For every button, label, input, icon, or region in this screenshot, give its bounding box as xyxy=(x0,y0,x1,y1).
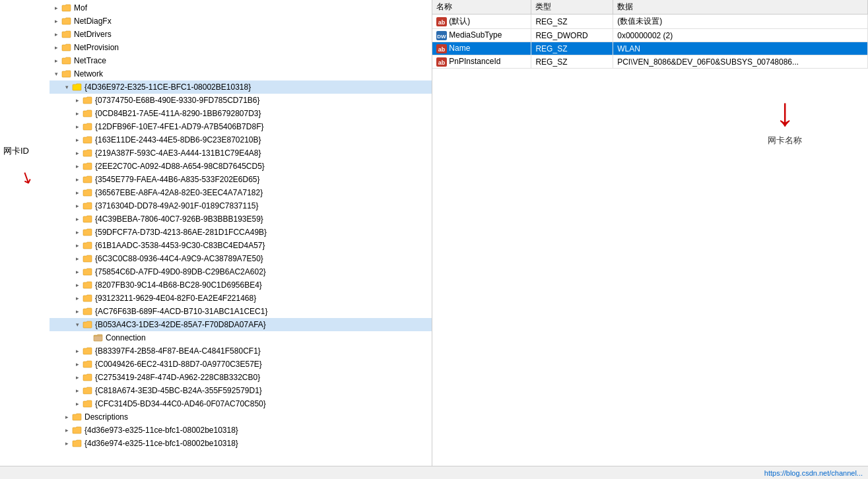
tree-item-guid-c0049[interactable]: ▸ {C0049426-6EC2-431D-88D7-0A9770C3E57E} xyxy=(50,358,432,371)
folder-icon-netdrivers xyxy=(61,30,72,39)
expand-btn-guid-6c3c0[interactable]: ▸ xyxy=(72,253,83,264)
expand-btn-guid-75854[interactable]: ▸ xyxy=(72,267,83,277)
expand-btn-network[interactable]: ▾ xyxy=(51,69,61,79)
tree-label-descriptions: Descriptions xyxy=(84,412,128,422)
folder-icon-guid-61b1a xyxy=(83,241,93,250)
tree-item-guid-6c3c0[interactable]: ▸ {6C3C0C88-0936-44C4-A9C9-AC38789A7E50} xyxy=(50,252,432,265)
expand-btn-guid-4d36e973[interactable]: ▸ xyxy=(61,425,72,435)
expand-btn-guid-12dfb[interactable]: ▸ xyxy=(72,121,83,132)
folder-icon-guid-163e1 xyxy=(83,135,93,144)
tree-item-guid-12dfb[interactable]: ▸ {12DFB96F-10E7-4FE1-AD79-A7B5406B7D8F} xyxy=(50,120,432,133)
tree-item-guid-0cd84[interactable]: ▸ {0CD84B21-7A5E-411A-8290-1BB6792807D3} xyxy=(50,107,432,120)
tree-label-guid-4d36: {4D36E972-E325-11CE-BFC1-08002BE10318} xyxy=(84,82,251,92)
tree-item-guid-c818a[interactable]: ▸ {C818A674-3E3D-45BC-B24A-355F592579D1} xyxy=(50,384,432,397)
tree-item-guid-36567[interactable]: ▸ {36567EBE-A8FA-42A8-82E0-3EEC4A7A7182} xyxy=(50,186,432,199)
tree-item-guid-59dfc[interactable]: ▸ {59DFCF7A-D73D-4213-86AE-281D1FCCA49B} xyxy=(50,226,432,239)
table-row[interactable]: ab (默认)REG_SZ(数值未设置) xyxy=(432,15,868,29)
expand-btn-netdiagfx[interactable]: ▸ xyxy=(51,16,61,26)
expand-btn-netdrivers[interactable]: ▸ xyxy=(51,29,61,40)
reg-name-cell: ab Name xyxy=(432,42,531,55)
expand-btn-guid-4d36[interactable]: ▾ xyxy=(61,82,72,92)
folder-icon-guid-b8339 xyxy=(83,346,93,356)
tree-item-guid-4c39b[interactable]: ▸ {4C39BEBA-7806-40C7-926B-9B3BBB193E59} xyxy=(50,212,432,226)
tree-item-netdiagfx[interactable]: ▸ NetDiagFx xyxy=(50,15,432,28)
expand-btn-guid-0cd84[interactable]: ▸ xyxy=(72,108,83,119)
folder-icon-guid-8207f xyxy=(83,280,93,290)
tree-item-guid-c2753[interactable]: ▸ {C2753419-248F-474D-A962-228C8B332CB0} xyxy=(50,371,432,384)
tree-label-netdrivers: NetDrivers xyxy=(74,30,112,39)
reg-data-cell: PCI\VEN_8086&DEV_06F0&SUBSYS_00748086... xyxy=(613,55,868,69)
tree-item-guid-61b1a[interactable]: ▸ {61B1AADC-3538-4453-9C30-C83BC4ED4A57} xyxy=(50,239,432,252)
tree-item-guid-37163[interactable]: ▸ {3716304D-DD78-49A2-901F-0189C7837115} xyxy=(50,199,432,212)
expand-btn-guid-4d36e974[interactable]: ▸ xyxy=(61,438,72,449)
tree-item-guid-4d36[interactable]: ▾ {4D36E972-E325-11CE-BFC1-08002BE10318} xyxy=(50,80,432,94)
expand-btn-guid-61b1a[interactable]: ▸ xyxy=(72,240,83,251)
expand-btn-guid-c2753[interactable]: ▸ xyxy=(72,372,83,383)
expand-btn-guid-b053a[interactable]: ▾ xyxy=(72,319,83,330)
tree-item-guid-cfc31[interactable]: ▸ {CFC314D5-BD34-44C0-AD46-0F07AC70C850} xyxy=(50,397,432,410)
expand-btn-mof[interactable]: ▸ xyxy=(51,3,61,13)
expand-btn-guid-4c39b[interactable]: ▸ xyxy=(72,214,83,224)
expand-btn-guid-8207f[interactable]: ▸ xyxy=(72,280,83,290)
folder-icon-guid-12dfb xyxy=(83,122,93,131)
table-row[interactable]: DW MediaSubTypeREG_DWORD0x00000002 (2) xyxy=(432,29,868,42)
expand-btn-guid-c818a[interactable]: ▸ xyxy=(72,385,83,396)
svg-text:ab: ab xyxy=(438,19,446,26)
expand-btn-descriptions[interactable]: ▸ xyxy=(61,412,72,422)
tree-label-connection: Connection xyxy=(106,333,146,342)
tree-item-guid-4d36e973[interactable]: ▸ {4d36e973-e325-11ce-bfc1-08002be10318} xyxy=(50,424,432,437)
tree-label-guid-b8339: {B83397F4-2B58-4F87-BE4A-C4841F580CF1} xyxy=(95,346,261,356)
tree-item-guid-b053a[interactable]: ▾ {B053A4C3-1DE3-42DE-85A7-F70D8DA07AFA} xyxy=(50,318,432,331)
folder-icon-descriptions xyxy=(72,412,83,422)
tree-item-guid-b8339[interactable]: ▸ {B83397F4-2B58-4F87-BE4A-C4841F580CF1} xyxy=(50,344,432,358)
tree-item-guid-8207f[interactable]: ▸ {8207FB30-9C14-4B68-BC28-90C1D6956BE4} xyxy=(50,278,432,292)
table-row[interactable]: ab NameREG_SZWLAN xyxy=(432,42,868,55)
expand-btn-netprovision[interactable]: ▸ xyxy=(51,42,61,53)
tree-item-guid-3545e[interactable]: ▸ {3545E779-FAEA-44B6-A835-533F202E6D65} xyxy=(50,173,432,186)
reg-data-cell: (数值未设置) xyxy=(613,15,868,29)
expand-btn-guid-07374[interactable]: ▸ xyxy=(72,95,83,106)
tree-item-netdrivers[interactable]: ▸ NetDrivers xyxy=(50,28,432,41)
expand-btn-guid-cfc31[interactable]: ▸ xyxy=(72,399,83,409)
reg-type-cell: REG_SZ xyxy=(531,55,613,69)
tree-item-guid-75854[interactable]: ▸ {75854C6D-A7FD-49D0-89DB-C29B6AC2A602} xyxy=(50,265,432,278)
ab-icon: ab xyxy=(436,57,447,67)
tree-item-connection[interactable]: ▸ Connection xyxy=(50,331,432,344)
expand-btn-guid-93123[interactable]: ▸ xyxy=(72,293,83,303)
dw-icon: DW xyxy=(436,31,447,40)
folder-icon-guid-75854 xyxy=(83,267,93,276)
folder-icon-guid-0cd84 xyxy=(83,109,93,118)
expand-btn-guid-2ee2c[interactable]: ▸ xyxy=(72,161,83,172)
expand-btn-guid-163e1[interactable]: ▸ xyxy=(72,135,83,145)
folder-icon-guid-59dfc xyxy=(83,228,93,237)
expand-btn-guid-59dfc[interactable]: ▸ xyxy=(72,227,83,238)
tree-item-mof[interactable]: ▸ Mof xyxy=(50,1,432,15)
tree-item-guid-163e1[interactable]: ▸ {163E11DE-2443-44E5-8DB6-9C23E870210B} xyxy=(50,133,432,146)
tree-item-guid-2ee2c[interactable]: ▸ {2EE2C70C-A092-4D88-A654-98C8D7645CD5} xyxy=(50,160,432,173)
expand-btn-guid-b8339[interactable]: ▸ xyxy=(72,346,83,356)
tree-label-guid-4d36e973: {4d36e973-e325-11ce-bfc1-08002be10318} xyxy=(84,426,238,435)
expand-btn-guid-ac76f[interactable]: ▸ xyxy=(72,306,83,317)
expand-btn-guid-3545e[interactable]: ▸ xyxy=(72,174,83,185)
tree-item-nettrace[interactable]: ▸ NetTrace xyxy=(50,54,432,67)
tree-item-guid-219a3[interactable]: ▸ {219A387F-593C-4AE3-A444-131B1C79E4A8} xyxy=(50,146,432,160)
tree-item-guid-ac76f[interactable]: ▸ {AC76F63B-689F-4ACD-B710-31ABC1A1CEC1} xyxy=(50,305,432,318)
tree-item-network[interactable]: ▾ Network xyxy=(50,67,432,80)
tree-label-guid-ac76f: {AC76F63B-689F-4ACD-B710-31ABC1A1CEC1} xyxy=(95,307,267,316)
tree-label-guid-163e1: {163E11DE-2443-44E5-8DB6-9C23E870210B} xyxy=(95,135,261,144)
tree-item-netprovision[interactable]: ▸ NetProvision xyxy=(50,41,432,54)
col-type-header: 类型 xyxy=(531,0,613,15)
tree-label-guid-c818a: {C818A674-3E3D-45BC-B24A-355F592579D1} xyxy=(95,386,262,395)
table-row[interactable]: ab PnPInstanceIdREG_SZPCI\VEN_8086&DEV_0… xyxy=(432,55,868,69)
tree-label-guid-2ee2c: {2EE2C70C-A092-4D88-A654-98C8D7645CD5} xyxy=(95,162,265,171)
expand-btn-nettrace[interactable]: ▸ xyxy=(51,55,61,66)
tree-item-guid-93123[interactable]: ▸ {93123211-9629-4E04-82F0-EA2E4F221468} xyxy=(50,292,432,305)
folder-icon-guid-36567 xyxy=(83,188,93,197)
expand-btn-guid-219a3[interactable]: ▸ xyxy=(72,148,83,158)
tree-item-guid-07374[interactable]: ▸ {07374750-E68B-490E-9330-9FD785CD71B6} xyxy=(50,94,432,107)
expand-btn-guid-36567[interactable]: ▸ xyxy=(72,187,83,198)
expand-btn-guid-37163[interactable]: ▸ xyxy=(72,201,83,211)
tree-item-descriptions[interactable]: ▸ Descriptions xyxy=(50,410,432,424)
tree-item-guid-4d36e974[interactable]: ▸ {4d36e974-e325-11ce-bfc1-08002be10318} xyxy=(50,437,432,450)
expand-btn-guid-c0049[interactable]: ▸ xyxy=(72,359,83,369)
